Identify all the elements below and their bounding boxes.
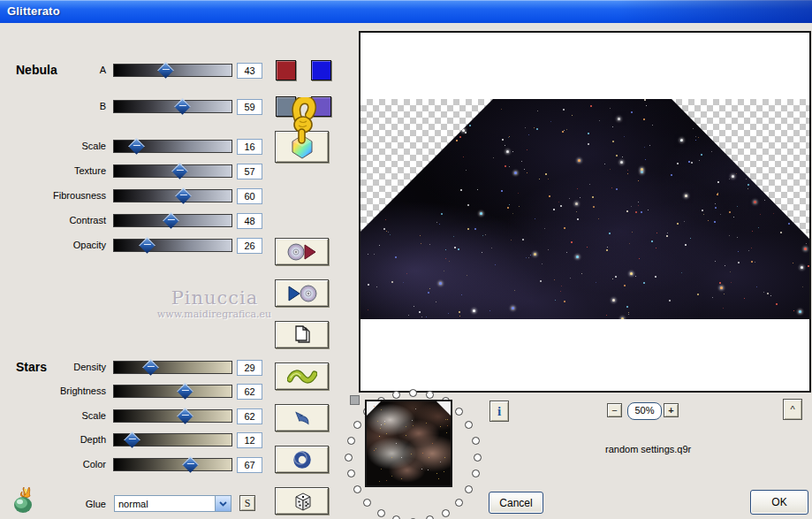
nebula-color-a-2[interactable] <box>311 60 331 80</box>
zoom-in-button[interactable]: + <box>664 403 679 417</box>
slider-thumb[interactable] <box>128 138 144 154</box>
nebula-color-a-1[interactable] <box>276 60 296 80</box>
preset-ring-dot[interactable] <box>472 469 480 477</box>
slider-label-contrast: Contrast <box>25 214 106 227</box>
preset-ring-dot[interactable] <box>455 499 463 507</box>
slider-thumb[interactable] <box>177 383 193 399</box>
preset-ring-dot[interactable] <box>409 389 417 397</box>
glue-shortcut-label: S <box>245 497 251 510</box>
random-dice-button[interactable] <box>275 487 329 515</box>
disc-red-play-icon <box>286 242 318 262</box>
slider-track-opacity[interactable] <box>113 239 232 252</box>
blue-play-disc-icon <box>286 284 318 303</box>
slider-thumb[interactable] <box>182 456 198 472</box>
preset-ring-dot[interactable] <box>353 421 361 429</box>
slider-track-density[interactable] <box>113 361 232 374</box>
glue-shortcut-button[interactable]: S <box>239 495 255 511</box>
slider-value-a[interactable] <box>237 63 262 79</box>
preset-ring-dot[interactable] <box>426 515 434 519</box>
slider-value-scale[interactable] <box>237 139 262 155</box>
ok-label: OK <box>771 496 786 508</box>
slider-track-b[interactable] <box>113 100 232 113</box>
glue-select[interactable]: normal <box>114 495 231 512</box>
minus-icon: − <box>611 405 617 416</box>
slider-track-fibrousness[interactable] <box>113 189 232 202</box>
slider-track-brightness[interactable] <box>113 385 232 398</box>
slider-thumb[interactable] <box>157 62 173 78</box>
collapse-button[interactable]: ^ <box>783 399 802 420</box>
title-bar[interactable]: Glitterato <box>0 0 812 23</box>
slider-label-brightness: Brightness <box>25 385 106 398</box>
thumb-slash <box>177 170 184 171</box>
slider-label-a: A <box>25 64 106 77</box>
slider-track-depth[interactable] <box>113 433 232 446</box>
slider-thumb[interactable] <box>177 408 193 424</box>
preset-ring-dot[interactable] <box>426 391 434 399</box>
preset-ring-dot[interactable] <box>474 454 482 462</box>
slider-value-scale[interactable] <box>237 408 262 424</box>
preset-ring-dot[interactable] <box>345 454 353 462</box>
wave-button[interactable] <box>275 363 329 390</box>
slider-thumb[interactable] <box>124 431 140 447</box>
thumb-slash <box>133 145 140 146</box>
thumb-slash <box>168 219 175 220</box>
thumb-slash <box>144 244 151 245</box>
zoom-out-button[interactable]: − <box>607 403 622 417</box>
preset-ring-dot[interactable] <box>353 485 361 493</box>
thumb-slash <box>182 390 189 391</box>
thumb-slash <box>180 195 187 195</box>
dice-icon <box>291 490 314 513</box>
slider-value-color[interactable] <box>237 457 262 473</box>
slider-thumb[interactable] <box>175 187 191 203</box>
slider-thumb[interactable] <box>139 237 155 253</box>
chevron-down-icon[interactable] <box>215 496 231 511</box>
slider-thumb[interactable] <box>142 359 158 375</box>
load-preset-button[interactable] <box>275 279 329 307</box>
slider-value-depth[interactable] <box>237 432 262 448</box>
ring-handle-square[interactable] <box>350 395 360 405</box>
slider-thumb[interactable] <box>171 163 187 179</box>
slider-value-texture[interactable] <box>237 164 262 179</box>
preset-ring-dot[interactable] <box>392 391 400 399</box>
slider-label-density: Density <box>25 361 106 374</box>
ring-button[interactable] <box>275 446 329 473</box>
preset-thumbnail[interactable] <box>365 400 452 487</box>
preset-ring-dot[interactable] <box>377 509 385 517</box>
slider-value-brightness[interactable] <box>237 384 262 400</box>
thumb-slash <box>129 439 136 439</box>
ring-icon <box>292 450 312 469</box>
preset-ring-dot[interactable] <box>465 485 473 493</box>
slider-track-texture[interactable] <box>113 164 232 178</box>
slider-thumb[interactable] <box>174 98 190 114</box>
undo-button[interactable] <box>275 404 329 431</box>
slider-track-contrast[interactable] <box>113 214 232 227</box>
preset-ring-dot[interactable] <box>465 421 473 429</box>
preset-ring-dot[interactable] <box>442 509 450 517</box>
slider-track-scale[interactable] <box>113 140 232 153</box>
slider-thumb[interactable] <box>163 212 178 228</box>
thumbnail-corner-cut <box>367 401 381 416</box>
preset-ring-dot[interactable] <box>347 469 355 477</box>
info-button[interactable]: i <box>489 401 509 422</box>
thumb-slash <box>179 105 186 106</box>
cancel-button[interactable]: Cancel <box>489 492 543 514</box>
save-preset-button[interactable] <box>275 238 329 265</box>
ok-button[interactable]: OK <box>750 490 808 515</box>
preset-ring-dot[interactable] <box>472 437 480 445</box>
preset-ring-dot[interactable] <box>363 499 371 507</box>
copy-settings-button[interactable] <box>275 321 329 348</box>
slider-value-b[interactable] <box>237 99 262 115</box>
preset-ring-dot[interactable] <box>455 408 463 416</box>
slider-value-density[interactable] <box>237 360 262 376</box>
preset-ring-dot[interactable] <box>392 515 400 519</box>
zoom-level: 50% <box>627 402 662 420</box>
preset-ring-dot[interactable] <box>347 437 355 445</box>
slider-value-opacity[interactable] <box>237 238 262 254</box>
slider-track-a[interactable] <box>113 64 232 77</box>
slider-value-contrast[interactable] <box>237 213 262 229</box>
slider-track-scale[interactable] <box>113 409 232 423</box>
preview-pane[interactable] <box>359 31 811 393</box>
flaming-pear-logo-icon <box>10 485 38 518</box>
slider-track-color[interactable] <box>113 458 232 471</box>
slider-value-fibrousness[interactable] <box>237 188 262 204</box>
